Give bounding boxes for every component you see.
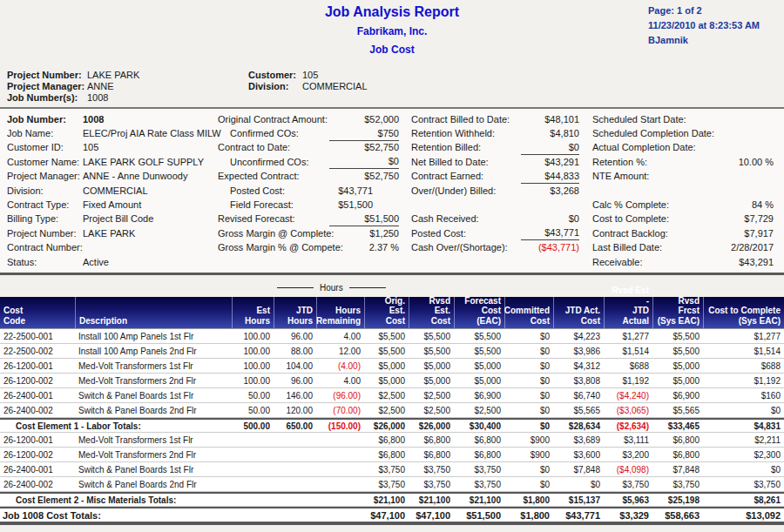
field-label: Division: [7,185,83,198]
amount-cell: 500.00 [232,421,274,431]
column-header-line: Cost [3,306,23,316]
amount-cell: $3,750 [652,480,703,489]
cost-table-header: CostCodeDescriptionEstHoursJTDHoursHours… [0,297,784,329]
field-value: $44,833 [521,170,579,184]
field-value: $7,917 [695,227,774,240]
field-value: COMMERCIAL [83,185,218,198]
field-value: LAKE PARK [83,227,218,240]
field-label: Field Forecast: [218,199,329,212]
field-label: Posted Cost: [218,185,329,198]
amount-cell: $4,223 [553,332,604,341]
amount-cell: $13,092 [703,510,784,521]
column-header: Rvsd Est.Cost [409,297,454,328]
amount-cell: $3,750 [364,465,409,475]
field-label: Contract Type: [7,199,83,212]
table-row: 22-2500-001Install 100 Amp Panels 1st Fl… [0,329,784,344]
field-value: $52,750 [329,170,399,183]
filter-block: Project Number:LAKE PARKCustomer:105Proj… [0,68,784,109]
amount-cell: $5,500 [652,347,703,356]
field-label: Cash Over/(Shortage): [411,241,521,254]
table-row: 26-1200-002Med-Volt Transformers 2nd Flr… [0,448,784,462]
column-header-line: Forecast [464,296,501,306]
field-value: 105 [83,141,218,154]
amount-cell: $3,808 [553,376,604,386]
field-value: $43,771 [329,185,399,198]
amount-cell: $688 [604,361,652,371]
cost-code-cell: 26-1200-001 [0,435,75,445]
cost-code-cell: 26-1200-002 [0,450,75,460]
hours-group-divider: Hours [277,281,399,293]
amount-cell: $21,100 [409,495,454,505]
amount-cell: $21,100 [364,495,409,505]
amount-cell: $5,963 [604,495,652,505]
column-header-line: (Sys EAC) [658,316,700,327]
amount-cell: $1,514 [604,347,652,356]
field-value: $7,729 [695,212,774,226]
amount-cell: 50.00 [232,406,274,415]
field-value: ($43,771) [521,241,579,254]
field-value: 84 % [695,199,774,212]
column-header: EstHours [232,297,274,328]
description-cell: Install 100 Amp Panels 1st Flr [75,332,232,341]
cost-code-cell: 26-2400-002 [0,480,75,489]
cost-code-cell: 26-1200-001 [0,361,75,371]
column-header-line: Orig. Est. [368,296,405,316]
column-header: HoursRemaining [316,297,364,328]
amount-cell: $5,500 [364,332,409,341]
amount-cell: $21,100 [454,495,504,505]
field-label: Retention Billed: [411,141,521,154]
amount-cell: $5,500 [364,347,409,356]
field-label: Original Contract Amount: [218,113,329,126]
field-label: Posted Cost: [411,227,521,240]
column-header-line: Hours [287,316,313,327]
job-analysis-report-page: { "header": { "title": "Job Analysis Rep… [0,0,784,532]
column-header-line: Rvsd Frcst [657,296,700,316]
amount-cell: $7,848 [553,465,604,475]
field-label: Customer ID: [7,141,83,154]
amount-cell: $0 [504,361,553,371]
description-cell: Switch & Panel Boards 2nd Flr [75,406,232,415]
field-value: $52,000 [329,113,399,126]
field-label: Expected Contract: [218,170,329,183]
amount-cell: $33,465 [652,421,703,431]
amount-cell: $6,800 [409,450,454,460]
amount-cell: $0 [703,406,784,415]
field-value: $0 [521,141,579,155]
amount-cell: $30,400 [454,421,504,431]
field-value: 1008 [83,113,218,126]
field-label: Cash Received: [411,212,521,226]
column-header-line: Cost [431,316,450,327]
field-value: $4,810 [521,127,579,140]
amount-cell: $0 [504,406,553,415]
amount-cell: $26,000 [409,421,454,431]
column-header: CommittedCost [504,297,553,328]
column-header: Orig. Est.Cost [364,297,409,328]
amount-cell: 96.00 [274,376,316,386]
column-header-line: Description [79,316,127,327]
amount-cell: $4,831 [703,421,784,431]
amount-cell: $1,277 [604,332,652,341]
column-header-line: Hours [335,306,361,316]
filter-value: ANNE [87,81,248,92]
field-label: Net Billed to Date: [411,156,521,169]
amount-cell: $1,800 [504,510,553,521]
amount-cell: $47,100 [409,510,454,521]
amount-cell: $26,000 [364,421,409,431]
amount-cell: $3,986 [553,347,604,356]
amount-cell: 146.00 [274,391,316,401]
field-label: Contract Earned: [411,170,521,183]
amount-cell: $3,750 [454,465,504,475]
amount-cell: $3,750 [409,480,454,489]
amount-cell: $3,689 [553,435,604,445]
table-row: 26-1200-002Med-Volt Transformers 2nd Flr… [0,374,784,388]
column-header-line: JTD Actual [608,306,649,326]
field-label: Actual Completion Date: [592,141,695,154]
column-header-line: Cost to Complete [708,306,781,316]
field-value: Project Bill Code [83,212,218,226]
amount-cell: 88.00 [274,347,316,356]
description-cell: Med-Volt Transformers 1st Flr [75,435,232,445]
report-datetime: 11/23/2010 at 8:23:53 AM [648,18,784,33]
column-header-line: Est [256,306,270,316]
filter-value: 1008 [87,92,248,104]
report-header: Job Analysis Report Fabrikam, Inc. Job C… [0,0,784,68]
